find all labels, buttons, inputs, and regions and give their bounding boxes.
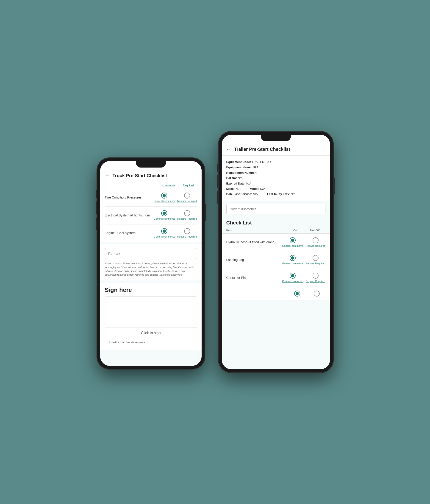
- checklist-item-electrical: Electrical System all lights, horn Gener…: [105, 207, 197, 224]
- radio-group-notok-landing: Repairs Required: [306, 255, 325, 265]
- radio-notok-landing[interactable]: [313, 255, 318, 261]
- equipment-code-row: Equipment Code: TRAILER.T0D: [226, 159, 325, 165]
- remark-section: Notes: If your shift was less than 8 hou…: [100, 244, 202, 280]
- equipment-faulty-field: Last faulty kms: N/A: [267, 191, 296, 197]
- equipment-code-label: Equipment Code:: [226, 160, 251, 164]
- equipment-service-field: Date Last Service: N/A: [226, 191, 258, 197]
- equipment-info: Equipment Code: TRAILER.T0D Equipment Na…: [222, 156, 330, 201]
- repairs-required-engine[interactable]: Repairs Required: [177, 235, 197, 238]
- item-label-container: Container Pin: [226, 276, 280, 280]
- checklist-item-tyre: Tyre Condition/ Pressures General commen…: [105, 189, 197, 207]
- power-button[interactable]: [205, 204, 206, 221]
- notch: [136, 161, 166, 168]
- make-label: Make:: [226, 187, 235, 190]
- radio-group-ok-extra: [289, 291, 306, 297]
- equipment-model-field: Model: N/A: [250, 186, 265, 191]
- faulty-label: Last faulty kms:: [267, 192, 290, 196]
- equipment-name-value: T0D: [252, 165, 258, 169]
- item-label-engine: Engine / Cool System: [105, 231, 151, 235]
- repairs-required-landing[interactable]: Repairs Required: [306, 262, 325, 265]
- equipment-name-label: Equipment Name:: [226, 165, 252, 169]
- radio-notok-engine[interactable]: [184, 228, 190, 234]
- checklist-item-container: Container Pin General comments Repairs R…: [226, 269, 325, 287]
- radio-group-ok-hydraulic: General comments: [282, 237, 303, 247]
- back-button-right[interactable]: ←: [226, 146, 231, 152]
- certify-text: I certify that the statements: [105, 338, 197, 346]
- checklist-item-hydraulic: Hydraulic hose (if fitted with crane) Ge…: [226, 234, 325, 251]
- checklist-item-landing: Landing Leg General comments Repairs Req…: [226, 251, 325, 269]
- mute-button[interactable]: [96, 190, 97, 198]
- sign-section: Sign here Click to sign I certify that t…: [100, 283, 202, 350]
- radio-group-notok-extra: [308, 291, 325, 297]
- repairs-required-electrical[interactable]: Repairs Required: [177, 217, 197, 220]
- radio-group-notok-tyre: Repairs Required: [177, 193, 197, 203]
- radio-notok-hydraulic[interactable]: [313, 237, 318, 243]
- radio-ok-extra[interactable]: [294, 291, 300, 297]
- radio-group-notok-container: Repairs Required: [306, 273, 325, 283]
- power-button-right[interactable]: [333, 177, 335, 195]
- equipment-expired-value: N/A: [246, 182, 251, 185]
- radio-ok-hydraulic[interactable]: [290, 237, 296, 243]
- service-label: Date Last Service:: [226, 192, 252, 196]
- radio-ok-tyre[interactable]: [161, 193, 167, 198]
- repairs-required-tyre[interactable]: Repairs Required: [177, 199, 197, 203]
- equipment-bat-value: N/A: [237, 176, 243, 180]
- phone-right: ← Trailer Pre-Start Checklist Equipment …: [219, 132, 333, 372]
- sign-area[interactable]: [105, 296, 197, 324]
- checklist-item-engine: Engine / Cool System General comments Re…: [105, 225, 197, 242]
- item-label-landing: Landing Leg: [226, 258, 280, 262]
- equipment-make-field: Make: N/A: [226, 186, 241, 191]
- back-button-left[interactable]: ←: [105, 173, 110, 179]
- checklist-item-extra: [226, 287, 325, 300]
- service-value: N/A: [253, 192, 258, 196]
- equipment-bat-row: Bat No: N/A: [226, 175, 325, 181]
- radio-ok-landing[interactable]: [290, 255, 296, 261]
- repairs-required-container[interactable]: Repairs Required: [306, 279, 325, 283]
- notes-text: Notes: If your shift was less than 8 hou…: [105, 262, 197, 277]
- checklist-right: Hydraulic hose (if fitted with crane) Ge…: [222, 234, 330, 300]
- phone-right-screen: ← Trailer Pre-Start Checklist Equipment …: [222, 135, 330, 369]
- general-comments-landing[interactable]: General comments: [282, 262, 303, 265]
- repairs-required-hydraulic[interactable]: Repairs Required: [306, 244, 325, 247]
- general-comments-electrical[interactable]: General comments: [154, 217, 175, 220]
- item-label-hydraulic: Hydraulic hose (if fitted with crane): [226, 240, 280, 245]
- radio-group-notok-electrical: Repairs Required: [177, 210, 197, 220]
- column-headers-left: comments Required: [100, 182, 202, 189]
- volume-up-button-right[interactable]: [217, 175, 218, 188]
- model-label: Model:: [250, 187, 259, 190]
- volume-up-button[interactable]: [96, 201, 97, 214]
- equipment-expired-row: Expired Date: N/A: [226, 181, 325, 186]
- remark-input[interactable]: [105, 248, 197, 259]
- equipment-code-value: TRAILER.T0D: [252, 160, 271, 164]
- general-comments-hydraulic[interactable]: General comments: [282, 244, 303, 247]
- equipment-expired-label: Expired Date:: [226, 182, 246, 185]
- radio-group-ok-landing: General comments: [282, 255, 303, 265]
- general-comments-container[interactable]: General comments: [282, 279, 303, 283]
- th-ok: OK: [286, 229, 305, 232]
- equipment-bat-label: Bat No:: [226, 176, 237, 180]
- radio-notok-extra[interactable]: [314, 291, 320, 297]
- click-to-sign-button[interactable]: Click to sign: [105, 327, 197, 338]
- radio-ok-electrical[interactable]: [161, 210, 167, 216]
- radio-notok-electrical[interactable]: [184, 210, 190, 216]
- radio-ok-container[interactable]: [290, 273, 296, 279]
- screen-content-right[interactable]: Equipment Code: TRAILER.T0D Equipment Na…: [222, 156, 330, 369]
- radio-group-ok-tyre: General comments: [154, 193, 175, 203]
- item-label-tyre: Tyre Condition/ Pressures: [105, 195, 151, 200]
- volume-down-button-right[interactable]: [217, 191, 218, 204]
- th-notok: Not OK: [305, 229, 325, 232]
- sign-title: Sign here: [105, 287, 197, 294]
- faulty-value: N/A: [290, 192, 296, 196]
- volume-down-button[interactable]: [96, 217, 97, 230]
- radio-notok-tyre[interactable]: [184, 193, 190, 198]
- radio-notok-container[interactable]: [313, 273, 318, 279]
- general-comments-tyre[interactable]: General comments: [154, 199, 175, 203]
- km-input[interactable]: [226, 204, 325, 214]
- page-title-left: Truck Pre-Start Checklist: [113, 173, 167, 178]
- screen-content-left[interactable]: comments Required Tyre Condition/ Pressu…: [100, 182, 202, 366]
- radio-group-ok-electrical: General comments: [154, 210, 175, 220]
- radio-ok-engine[interactable]: [161, 228, 167, 234]
- mute-button-right[interactable]: [217, 164, 218, 172]
- general-comments-engine[interactable]: General comments: [154, 235, 175, 238]
- item-label-electrical: Electrical System all lights, horn: [105, 213, 151, 218]
